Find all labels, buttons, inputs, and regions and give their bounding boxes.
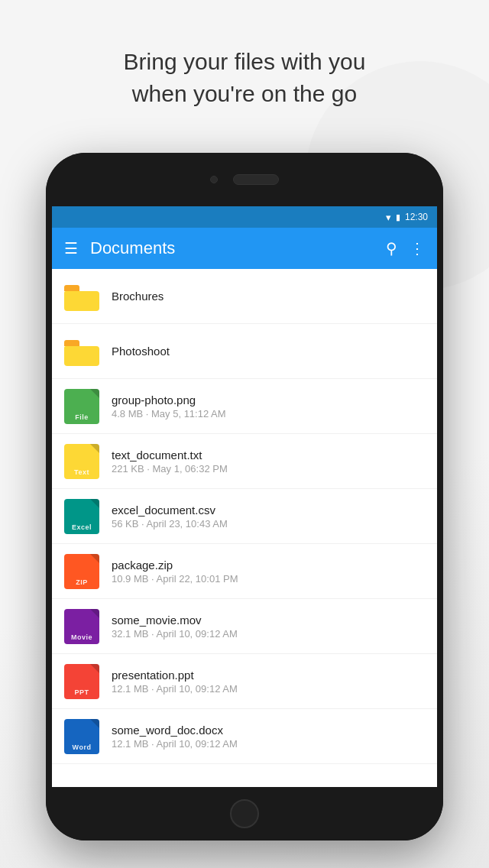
file-info: some_movie.mov32.1 MB · April 10, 09:12 … — [112, 614, 425, 640]
headline-line2: when you're on the go — [132, 81, 357, 106]
app-bar-actions: ⚲ ⋮ — [386, 239, 425, 257]
file-type-label: ZIP — [64, 578, 99, 586]
list-item[interactable]: Excelexcel_document.csv56 KB · April 23,… — [52, 489, 437, 544]
headline: Bring your files with you when you're on… — [0, 46, 489, 110]
file-type-icon: ZIP — [64, 554, 99, 589]
phone-bottom-bezel — [46, 787, 443, 840]
phone-top-bezel — [46, 153, 443, 206]
file-name: text_document.txt — [112, 449, 425, 462]
list-item[interactable]: Brochures — [52, 269, 437, 324]
file-type-label: PPT — [64, 688, 99, 696]
file-info: package.zip10.9 MB · April 22, 10:01 PM — [112, 559, 425, 585]
file-info: group-photo.png4.8 MB · May 5, 11:12 AM — [112, 394, 425, 419]
file-meta: 56 KB · April 23, 10:43 AM — [112, 518, 425, 530]
list-item[interactable]: ZIPpackage.zip10.9 MB · April 22, 10:01 … — [52, 544, 437, 599]
file-type-icon: Word — [64, 719, 99, 754]
file-info: excel_document.csv56 KB · April 23, 10:4… — [112, 504, 425, 530]
file-type-label: Word — [64, 743, 99, 751]
file-meta: 221 KB · May 1, 06:32 PM — [112, 463, 425, 474]
list-item[interactable]: Filegroup-photo.png4.8 MB · May 5, 11:12… — [52, 379, 437, 434]
file-name: group-photo.png — [112, 394, 425, 406]
headline-line1: Bring your files with you — [124, 49, 366, 74]
menu-icon[interactable]: ☰ — [64, 239, 78, 257]
file-icon-corner — [90, 389, 99, 398]
wifi-icon: ▾ — [386, 212, 391, 223]
file-icon-corner — [90, 444, 99, 453]
file-icon-corner — [90, 554, 99, 563]
app-bar-title: Documents — [90, 238, 374, 258]
file-name: Brochures — [112, 290, 425, 303]
file-name: some_movie.mov — [112, 614, 425, 627]
file-name: package.zip — [112, 559, 425, 572]
file-meta: 4.8 MB · May 5, 11:12 AM — [112, 408, 425, 419]
folder-icon — [64, 279, 99, 314]
app-bar: ☰ Documents ⚲ ⋮ — [52, 228, 437, 269]
file-meta: 32.1 MB · April 10, 09:12 AM — [112, 628, 425, 640]
file-type-label: Movie — [64, 633, 99, 641]
list-item[interactable]: PPTpresentation.ppt12.1 MB · April 10, 0… — [52, 654, 437, 709]
file-icon-corner — [90, 664, 99, 673]
file-meta: 10.9 MB · April 22, 10:01 PM — [112, 573, 425, 585]
phone-shell: ▾ ▮ 12:30 ☰ Documents ⚲ ⋮ BrochuresPhoto… — [46, 153, 443, 840]
phone-camera — [210, 176, 218, 183]
phone-speaker — [233, 174, 279, 185]
file-info: text_document.txt221 KB · May 1, 06:32 P… — [112, 449, 425, 474]
phone-screen: ▾ ▮ 12:30 ☰ Documents ⚲ ⋮ BrochuresPhoto… — [52, 206, 437, 787]
file-type-icon: Text — [64, 444, 99, 479]
list-item[interactable]: Photoshoot — [52, 324, 437, 379]
folder-icon — [64, 334, 99, 369]
status-time: 12:30 — [405, 212, 428, 222]
file-type-icon: File — [64, 389, 99, 424]
file-type-label: Excel — [64, 523, 99, 531]
file-type-label: File — [64, 413, 99, 421]
battery-icon: ▮ — [396, 212, 400, 222]
file-name: excel_document.csv — [112, 504, 425, 517]
file-info: Brochures — [112, 290, 425, 303]
search-icon[interactable]: ⚲ — [386, 239, 397, 257]
file-icon-corner — [90, 609, 99, 618]
file-name: presentation.ppt — [112, 669, 425, 682]
file-meta: 12.1 MB · April 10, 09:12 AM — [112, 683, 425, 695]
more-options-icon[interactable]: ⋮ — [410, 239, 425, 257]
file-icon-corner — [90, 499, 99, 508]
file-name: some_word_doc.docx — [112, 724, 425, 737]
file-icon-corner — [90, 719, 99, 728]
list-item[interactable]: Wordsome_word_doc.docx12.1 MB · April 10… — [52, 709, 437, 764]
list-item[interactable]: Texttext_document.txt221 KB · May 1, 06:… — [52, 434, 437, 489]
home-button[interactable] — [230, 799, 259, 828]
file-type-icon: PPT — [64, 664, 99, 699]
file-type-icon: Movie — [64, 609, 99, 644]
file-type-label: Text — [64, 468, 99, 476]
file-name: Photoshoot — [112, 345, 425, 358]
file-info: some_word_doc.docx12.1 MB · April 10, 09… — [112, 724, 425, 750]
file-info: presentation.ppt12.1 MB · April 10, 09:1… — [112, 669, 425, 695]
file-info: Photoshoot — [112, 345, 425, 358]
list-item[interactable]: Moviesome_movie.mov32.1 MB · April 10, 0… — [52, 599, 437, 654]
file-type-icon: Excel — [64, 499, 99, 534]
file-meta: 12.1 MB · April 10, 09:12 AM — [112, 738, 425, 750]
file-list: BrochuresPhotoshootFilegroup-photo.png4.… — [52, 269, 437, 787]
status-bar: ▾ ▮ 12:30 — [52, 206, 437, 228]
